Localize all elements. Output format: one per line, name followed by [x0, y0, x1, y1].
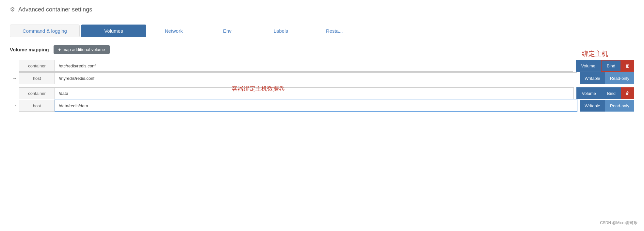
tab-env[interactable]: Env	[201, 25, 253, 37]
volume-row-1-container: container Volume Bind 🗑	[10, 60, 634, 72]
watermark: CSDN @Micro麦可乐	[600, 220, 637, 226]
readonly-button-2[interactable]: Read-only	[605, 100, 634, 112]
tab-command-logging[interactable]: Command & logging	[10, 25, 80, 37]
volume-mapping-header: Volume mapping + map additional volume	[10, 45, 634, 54]
readonly-button-1[interactable]: Read-only	[605, 72, 634, 84]
trash-icon-2: 🗑	[625, 91, 630, 96]
volume-btn-group-1: Volume Bind 🗑	[576, 60, 634, 72]
volume-row-1-host: → host Writable Read-only	[10, 72, 634, 84]
add-volume-button[interactable]: + map additional volume	[54, 45, 110, 54]
writable-button-1[interactable]: Writable	[580, 72, 605, 84]
delete-button-1[interactable]: 🗑	[621, 60, 634, 72]
writable-button-2[interactable]: Writable	[580, 100, 605, 112]
bind-button-1[interactable]: Bind	[601, 60, 621, 72]
volume-btn-group-2: Volume Bind 🗑	[576, 87, 634, 99]
volume-mapping-label: Volume mapping	[10, 47, 49, 52]
container-label-2: container	[19, 87, 55, 99]
volume-row-2-host: → host Writable Read-only	[10, 100, 634, 112]
trash-icon-1: 🗑	[625, 63, 630, 68]
delete-button-2[interactable]: 🗑	[621, 87, 634, 99]
volume-button-1[interactable]: Volume	[576, 60, 601, 72]
access-btn-group-1: Writable Read-only	[580, 72, 634, 84]
annotation-bind-host: 绑定主机	[582, 49, 608, 58]
volume-rows: container Volume Bind 🗑 →	[10, 60, 634, 112]
page-header: ⚙ Advanced container settings	[0, 0, 644, 18]
host-input-2[interactable]	[55, 100, 577, 112]
host-label-2: host	[19, 100, 55, 112]
gear-icon: ⚙	[10, 6, 15, 13]
container-input-1[interactable]	[55, 60, 573, 72]
arrow-2: →	[10, 103, 19, 109]
host-label-1: host	[19, 72, 55, 84]
tabs-row: Command & logging Volumes Network Env La…	[0, 18, 644, 37]
bind-button-2[interactable]: Bind	[602, 87, 621, 99]
annotation-container-bind: 容器绑定主机数据卷	[232, 85, 285, 93]
access-btn-group-2: Writable Read-only	[580, 100, 634, 112]
page-title: Advanced container settings	[18, 6, 92, 13]
volume-button-2[interactable]: Volume	[576, 87, 602, 99]
content-area: Volume mapping + map additional volume c…	[0, 37, 644, 119]
host-input-1[interactable]	[55, 72, 577, 84]
tab-restart[interactable]: Resta...	[308, 25, 361, 37]
tab-labels[interactable]: Labels	[255, 25, 307, 37]
container-input-2[interactable]	[55, 87, 574, 99]
tab-network[interactable]: Network	[148, 25, 200, 37]
volume-row-2-container: container Volume Bind 🗑	[10, 87, 634, 99]
tab-volumes[interactable]: Volumes	[81, 25, 146, 37]
container-label-1: container	[19, 60, 55, 72]
arrow-1: →	[10, 75, 19, 81]
